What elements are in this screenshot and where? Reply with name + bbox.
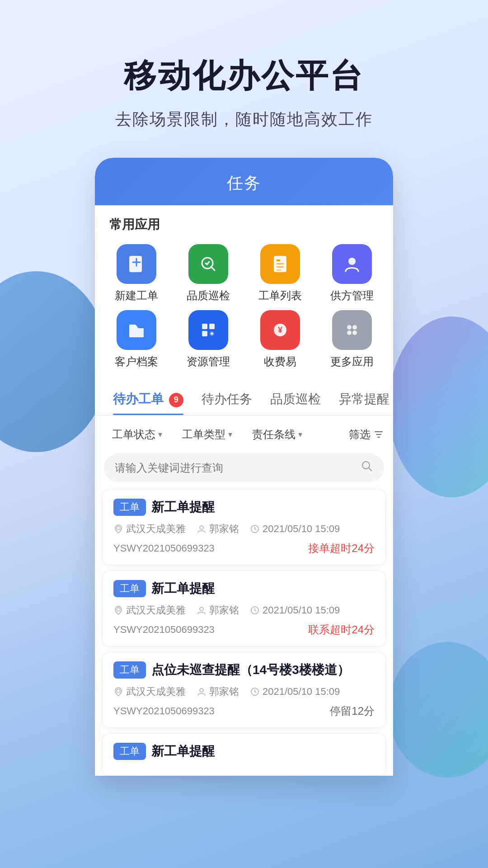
order-card-3-header: 工单 点位未巡查提醒（14号楼3楼楼道） xyxy=(113,661,375,679)
order-meta-2: 武汉天成美雅 郭家铭 2021/05/10 15:09 xyxy=(113,604,375,617)
client-file-label: 客户档案 xyxy=(115,354,158,369)
svg-line-41 xyxy=(255,692,256,693)
clock-icon xyxy=(250,687,260,697)
order-location-2: 武汉天成美雅 xyxy=(113,604,186,617)
order-footer-1: YSWY2021050699323 接单超时24分 xyxy=(113,541,375,556)
order-tag-1: 工单 xyxy=(113,499,146,516)
app-quality-patrol[interactable]: 品质巡检 xyxy=(176,244,240,303)
svg-point-27 xyxy=(117,526,120,530)
filter-responsibility[interactable]: 责任条线 ▾ xyxy=(244,423,310,446)
main-title: 移动化办公平台 xyxy=(18,54,470,98)
tabs-row: 待办工单 9 待办任务 品质巡检 异常提醒 5 xyxy=(95,382,393,415)
svg-point-10 xyxy=(348,258,356,265)
order-card-2-header: 工单 新工单提醒 xyxy=(113,580,375,597)
svg-point-33 xyxy=(200,607,203,611)
quality-patrol-icon xyxy=(188,244,228,284)
filters-row: 工单状态 ▾ 工单类型 ▾ 责任条线 ▾ 筛选 xyxy=(95,415,393,453)
quality-patrol-label: 品质巡检 xyxy=(187,288,230,303)
order-card-3[interactable]: 工单 点位未巡查提醒（14号楼3楼楼道） 武汉天成美雅 郭家铭 2021/05/… xyxy=(102,652,386,728)
order-time-1: 2021/05/10 15:09 xyxy=(250,522,340,536)
order-footer-2: YSWY2021050699323 联系超时24分 xyxy=(113,623,375,637)
filter-order-status[interactable]: 工单状态 ▾ xyxy=(104,423,170,446)
order-title-1: 新工单提醒 xyxy=(151,499,215,516)
svg-point-38 xyxy=(200,689,203,692)
order-tag-4: 工单 xyxy=(113,743,146,760)
tab-abnormal-remind[interactable]: 异常提醒 5 xyxy=(330,382,393,415)
svg-rect-8 xyxy=(277,266,284,268)
svg-line-4 xyxy=(211,267,215,270)
location-icon xyxy=(113,524,123,534)
svg-rect-12 xyxy=(209,324,215,329)
search-icon[interactable] xyxy=(361,460,373,476)
pending-orders-badge: 9 xyxy=(169,393,183,407)
app-resource-manage[interactable]: 资源管理 xyxy=(176,310,240,369)
tab-header-label: 任务 xyxy=(227,174,261,192)
order-id-2: YSWY2021050699323 xyxy=(113,624,215,636)
svg-rect-11 xyxy=(202,324,207,329)
bg-decoration-bottom-right xyxy=(389,642,488,778)
svg-point-24 xyxy=(352,330,357,335)
svg-line-36 xyxy=(255,610,256,611)
resource-manage-label: 资源管理 xyxy=(187,354,230,369)
tab-pending-orders[interactable]: 待办工单 9 xyxy=(104,382,192,415)
order-title-2: 新工单提醒 xyxy=(151,580,215,597)
new-order-label: 新建工单 xyxy=(115,288,158,303)
order-person-2: 郭家铭 xyxy=(197,604,239,617)
filter-order-type[interactable]: 工单类型 ▾ xyxy=(174,423,240,446)
svg-point-28 xyxy=(200,526,203,529)
filter-screen-btn[interactable]: 筛选 xyxy=(349,427,384,442)
tab-quality-patrol[interactable]: 品质巡检 xyxy=(261,382,330,415)
svg-point-23 xyxy=(347,330,352,335)
order-card-1[interactable]: 工单 新工单提醒 武汉天成美雅 郭家铭 2021/05/10 15:09 YSW… xyxy=(102,489,386,565)
order-title-3: 点位未巡查提醒（14号楼3楼楼道） xyxy=(151,661,350,679)
header-section: 移动化办公平台 去除场景限制，随时随地高效工作 xyxy=(0,0,488,158)
order-card-4-header: 工单 新工单提醒 xyxy=(113,743,375,760)
order-status-1: 接单超时24分 xyxy=(308,541,375,556)
app-supplier-manage[interactable]: 供方管理 xyxy=(319,244,384,303)
fee-easy-label: 收费易 xyxy=(264,354,296,369)
person-icon xyxy=(197,687,206,697)
svg-point-22 xyxy=(352,325,357,330)
order-time-3: 2021/05/10 15:09 xyxy=(250,685,340,698)
tab-pending-tasks[interactable]: 待办任务 xyxy=(192,382,261,415)
order-time-2: 2021/05/10 15:09 xyxy=(250,604,340,617)
order-title-4: 新工单提醒 xyxy=(151,743,215,760)
search-input[interactable] xyxy=(115,462,355,474)
more-apps-icon xyxy=(332,310,372,350)
order-card-4[interactable]: 工单 新工单提醒 xyxy=(102,733,386,776)
order-id-1: YSWY2021050699323 xyxy=(113,542,215,554)
svg-line-31 xyxy=(255,529,256,530)
order-location-3: 武汉天成美雅 xyxy=(113,685,186,698)
bg-decoration-left xyxy=(0,271,108,452)
order-list-label: 工单列表 xyxy=(258,288,302,303)
fee-easy-icon: ¥ xyxy=(260,310,300,350)
order-tag-2: 工单 xyxy=(113,580,146,597)
new-order-icon xyxy=(117,244,156,284)
clock-icon xyxy=(250,524,260,534)
bg-decoration-right xyxy=(389,316,488,497)
app-new-order[interactable]: 新建工单 xyxy=(104,244,169,303)
filter-icon xyxy=(373,429,384,440)
app-more-apps[interactable]: 更多应用 xyxy=(319,310,384,369)
order-card-1-header: 工单 新工单提醒 xyxy=(113,499,375,516)
svg-point-37 xyxy=(117,689,120,693)
person-icon xyxy=(197,524,206,534)
more-apps-label: 更多应用 xyxy=(330,354,374,369)
svg-rect-9 xyxy=(277,269,281,271)
order-person-3: 郭家铭 xyxy=(197,685,239,698)
sub-title: 去除场景限制，随时随地高效工作 xyxy=(18,108,470,131)
app-client-file[interactable]: 客户档案 xyxy=(104,310,169,369)
svg-rect-7 xyxy=(277,263,284,264)
order-card-2[interactable]: 工单 新工单提醒 武汉天成美雅 郭家铭 2021/05/10 15:09 YSW… xyxy=(102,571,386,646)
svg-point-32 xyxy=(117,608,120,611)
app-order-list[interactable]: 工单列表 xyxy=(248,244,312,303)
app-fee-easy[interactable]: ¥ 收费易 xyxy=(248,310,312,369)
chevron-down-icon: ▾ xyxy=(228,429,232,439)
location-icon xyxy=(113,687,123,697)
order-meta-3: 武汉天成美雅 郭家铭 2021/05/10 15:09 xyxy=(113,685,375,698)
location-icon xyxy=(113,605,123,615)
order-person-1: 郭家铭 xyxy=(197,522,239,536)
clock-icon xyxy=(250,605,260,615)
order-id-3: YSWY2021050699323 xyxy=(113,705,215,717)
order-tag-3: 工单 xyxy=(113,661,146,679)
